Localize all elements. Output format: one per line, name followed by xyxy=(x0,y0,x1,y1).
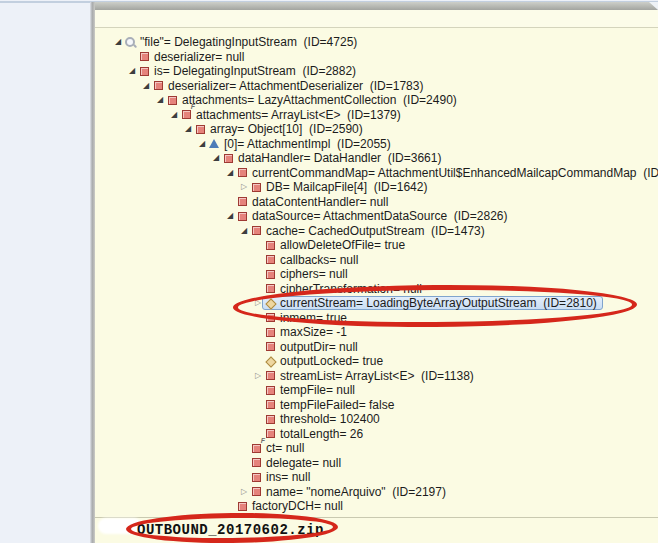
row-label: name= "nomeArquivo" (ID=2197) xyxy=(266,485,446,499)
panel-content: ◢"file"= DelegatingInputStream (ID=4725)… xyxy=(95,2,658,543)
expander-expanded-icon[interactable]: ◢ xyxy=(168,109,180,121)
row-label: attachments= ArrayList<E> (ID=1379) xyxy=(196,108,401,122)
final-adornment: F xyxy=(261,437,265,444)
detail-pane[interactable]: OUTBOUND_20170602.zip xyxy=(95,518,658,542)
tree-row-streamlist[interactable]: ▷streamList= ArrayList<E> (ID=1138) xyxy=(95,369,658,384)
row-label: streamList= ArrayList<E> (ID=1138) xyxy=(280,369,474,383)
tree-row-delegate[interactable]: delegate= null xyxy=(95,456,658,471)
row-label: tempFileFailed= false xyxy=(280,398,394,412)
row-label: cipherTransformation= null xyxy=(280,282,422,296)
tree-row-currentcommandmap[interactable]: ◢currentCommandMap= AttachmentUtil$Enhan… xyxy=(95,166,658,181)
expander-collapsed-icon[interactable]: ▷ xyxy=(238,181,250,193)
selection-highlight[interactable]: currentStream= LoadingByteArrayOutputStr… xyxy=(262,296,603,310)
row-label: [0]= AttachmentImpl (ID=2055) xyxy=(224,137,391,151)
row-label: threshold= 102400 xyxy=(280,412,380,426)
field-icon xyxy=(264,239,278,252)
row-label: DB= MailcapFile[4] (ID=1642) xyxy=(266,180,427,194)
diamond-icon xyxy=(264,355,278,368)
field-icon xyxy=(264,326,278,339)
tree-row-maxsize[interactable]: maxSize= -1 xyxy=(95,325,658,340)
tree-row-ins[interactable]: ins= null xyxy=(95,470,658,485)
tree-row-callbacks[interactable]: callbacks= null xyxy=(95,253,658,268)
whiteout-mark xyxy=(98,518,142,534)
row-label: ciphers= null xyxy=(280,267,348,281)
tree-row-outputdir[interactable]: outputDir= null xyxy=(95,340,658,355)
tree-row-cache[interactable]: ◢cache= CachedOutputStream (ID=1473) xyxy=(95,224,658,239)
expander-collapsed-icon[interactable]: ▷ xyxy=(238,486,250,498)
row-label: "file"= DelegatingInputStream (ID=4725) xyxy=(140,35,357,49)
field-icon xyxy=(236,500,250,513)
field-icon xyxy=(138,65,152,78)
tree-row-allowdeleteoffile[interactable]: allowDeleteOfFile= true xyxy=(95,238,658,253)
expander-expanded-icon[interactable]: ◢ xyxy=(154,94,166,106)
tree-row-currentstream[interactable]: ▷currentStream= LoadingByteArrayOutputSt… xyxy=(95,296,658,311)
row-label: inmem= true xyxy=(280,311,347,325)
diamond-icon xyxy=(264,297,278,310)
row-label: dataSource= AttachmentDataSource (ID=282… xyxy=(252,209,508,223)
field-icon xyxy=(152,79,166,92)
field-icon xyxy=(194,123,208,136)
tree-row-name[interactable]: ▷name= "nomeArquivo" (ID=2197) xyxy=(95,485,658,500)
tree-row-attachments[interactable]: ◢attachments= LazyAttachmentCollection (… xyxy=(95,93,658,108)
magnifier-icon xyxy=(124,36,138,49)
field-icon xyxy=(264,311,278,324)
row-label: deserializer= AttachmentDeserializer (ID… xyxy=(168,79,423,93)
panel-title-bar xyxy=(95,2,658,10)
field-icon xyxy=(138,50,152,63)
field-icon xyxy=(264,413,278,426)
field-icon xyxy=(166,94,180,107)
expander-collapsed-icon[interactable]: ▷ xyxy=(252,370,264,382)
row-label: outputDir= null xyxy=(280,340,358,354)
tree-row-factorydch[interactable]: factoryDCH= null xyxy=(95,499,658,514)
panel-header-band xyxy=(95,10,658,28)
tree-row-tempfile[interactable]: tempFile= null xyxy=(95,383,658,398)
tree-row-datacontenthandler[interactable]: dataContentHandler= null xyxy=(95,195,658,210)
expander-expanded-icon[interactable]: ◢ xyxy=(196,138,208,150)
tree-row-ciphers[interactable]: ciphers= null xyxy=(95,267,658,282)
field-icon xyxy=(250,456,264,469)
expander-expanded-icon[interactable]: ◢ xyxy=(126,65,138,77)
tree-row-ciphertransformation[interactable]: cipherTransformation= null xyxy=(95,282,658,297)
row-label: dataHandler= DataHandler (ID=3661) xyxy=(238,151,441,165)
row-label: ins= null xyxy=(266,470,310,484)
tree-row-tempfilefailed[interactable]: tempFileFailed= false xyxy=(95,398,658,413)
tree-row-datasource[interactable]: ◢dataSource= AttachmentDataSource (ID=28… xyxy=(95,209,658,224)
tree-row-is[interactable]: ◢is= DelegatingInputStream (ID=2882) xyxy=(95,64,658,79)
expander-expanded-icon[interactable]: ◢ xyxy=(112,36,124,48)
array-element-icon xyxy=(208,137,222,150)
expander-expanded-icon[interactable]: ◢ xyxy=(238,225,250,237)
tree-row-array[interactable]: ◢array= Object[10] (ID=2590) xyxy=(95,122,658,137)
field-icon xyxy=(250,181,264,194)
field-icon xyxy=(264,384,278,397)
tree-row-file[interactable]: ◢"file"= DelegatingInputStream (ID=4725) xyxy=(95,35,658,50)
expander-expanded-icon[interactable]: ◢ xyxy=(210,152,222,164)
field-icon xyxy=(264,398,278,411)
tree-row-0[interactable]: ◢[0]= AttachmentImpl (ID=2055) xyxy=(95,137,658,152)
expander-expanded-icon[interactable]: ◢ xyxy=(224,210,236,222)
row-label: totalLength= 26 xyxy=(280,427,363,441)
expander-expanded-icon[interactable]: ◢ xyxy=(140,80,152,92)
tree-row-outputlocked[interactable]: outputLocked= true xyxy=(95,354,658,369)
field-icon: F xyxy=(180,108,194,121)
row-label: dataContentHandler= null xyxy=(252,195,388,209)
tree-row-datahandler[interactable]: ◢dataHandler= DataHandler (ID=3661) xyxy=(95,151,658,166)
tree-row-attachments[interactable]: ◢Fattachments= ArrayList<E> (ID=1379) xyxy=(95,108,658,123)
tree-row-db[interactable]: ▷DB= MailcapFile[4] (ID=1642) xyxy=(95,180,658,195)
tree-row-deserializer[interactable]: ◢deserializer= AttachmentDeserializer (I… xyxy=(95,79,658,94)
tree-row-totallength[interactable]: totalLength= 26 xyxy=(95,427,658,442)
row-label: delegate= null xyxy=(266,456,341,470)
expander-expanded-icon[interactable]: ◢ xyxy=(224,167,236,179)
tree-row-deserializer[interactable]: deserializer= null xyxy=(95,50,658,65)
row-label: currentCommandMap= AttachmentUtil$Enhanc… xyxy=(252,166,658,180)
tree-row-threshold[interactable]: threshold= 102400 xyxy=(95,412,658,427)
final-adornment: F xyxy=(191,103,195,110)
field-icon xyxy=(264,268,278,281)
tree-row-ct[interactable]: Fct= null xyxy=(95,441,658,456)
expander-expanded-icon[interactable]: ◢ xyxy=(182,123,194,135)
field-icon: F xyxy=(250,442,264,455)
row-label: cache= CachedOutputStream (ID=1473) xyxy=(266,224,485,238)
detail-value: OUTBOUND_20170602.zip xyxy=(137,522,324,538)
row-label: maxSize= -1 xyxy=(280,325,347,339)
tree-row-inmem[interactable]: inmem= true xyxy=(95,311,658,326)
field-icon xyxy=(264,369,278,382)
